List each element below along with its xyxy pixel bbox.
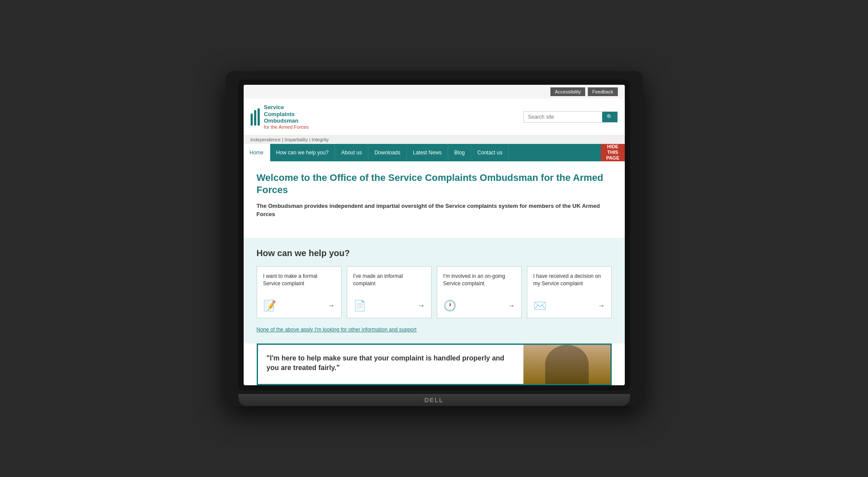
card-4-icon: ✉️ (533, 300, 546, 312)
card-3-bottom: 🕐 → (443, 300, 515, 312)
search-button[interactable]: 🔍 (602, 112, 617, 122)
card-formal-complaint[interactable]: I want to make a formal Service complain… (257, 266, 342, 318)
card-4-arrow: → (598, 302, 605, 310)
quote-image (523, 345, 610, 384)
hide-page-button[interactable]: HIDETHISPAGE (601, 144, 624, 161)
nav-item-about[interactable]: About us (335, 144, 368, 161)
logo-text: Service Complaints Ombudsman for the Arm… (264, 104, 309, 130)
card-2-arrow: → (418, 302, 425, 310)
screen: Accessibility Feedback Service Complaint… (244, 85, 625, 385)
quote-text-area: "I'm here to help make sure that your co… (258, 345, 523, 384)
card-1-text: I want to make a formal Service complain… (263, 273, 335, 295)
nav-bar: Home How can we help you? About us Downl… (244, 144, 625, 161)
other-info-link[interactable]: None of the above apply I'm looking for … (257, 327, 417, 333)
card-4-text: I have received a decision on my Service… (533, 273, 605, 295)
nav-item-blog[interactable]: Blog (448, 144, 471, 161)
laptop-shell: Accessibility Feedback Service Complaint… (225, 71, 643, 406)
nav-item-contact[interactable]: Contact us (471, 144, 509, 161)
card-ongoing-complaint[interactable]: I'm involved in an on-going Service comp… (437, 266, 522, 318)
header-right: 🔍 (523, 111, 618, 123)
card-3-icon: 🕐 (443, 300, 456, 312)
card-2-icon: 📄 (353, 300, 366, 312)
page-subtitle: The Ombudsman provides independent and i… (257, 202, 612, 219)
search-input[interactable] (524, 112, 602, 122)
card-2-text: I've made an informal complaint (353, 273, 425, 295)
screen-bezel: Accessibility Feedback Service Complaint… (238, 80, 630, 390)
card-1-bottom: 📝 → (263, 300, 335, 312)
accessibility-button[interactable]: Accessibility (550, 87, 585, 96)
quote-section: "I'm here to help make sure that your co… (257, 344, 612, 385)
tagline-bar: Independence | Impartiality | Integrity (244, 135, 625, 144)
card-3-text: I'm involved in an on-going Service comp… (443, 273, 515, 295)
tagline-text: Independence | Impartiality | Integrity (251, 137, 329, 142)
person-silhouette (545, 345, 589, 384)
logo-bar-3 (258, 108, 260, 126)
help-title: How can we help you? (257, 248, 612, 258)
search-box: 🔍 (523, 111, 618, 123)
card-1-arrow: → (328, 302, 335, 310)
card-2-bottom: 📄 → (353, 300, 425, 312)
nav-item-downloads[interactable]: Downloads (369, 144, 407, 161)
help-section: How can we help you? I want to make a fo… (244, 238, 625, 344)
card-4-bottom: ✉️ → (533, 300, 605, 312)
cards-row: I want to make a formal Service complain… (257, 266, 612, 318)
card-1-icon: 📝 (263, 300, 276, 312)
logo-bar-2 (254, 110, 256, 126)
page-title: Welcome to the Office of the Service Com… (257, 172, 612, 197)
laptop-brand: DELL (424, 397, 444, 404)
card-decision-received[interactable]: I have received a decision on my Service… (527, 266, 612, 318)
logo-bar-1 (251, 113, 253, 126)
header: Service Complaints Ombudsman for the Arm… (244, 99, 625, 135)
card-informal-complaint[interactable]: I've made an informal complaint 📄 → (347, 266, 432, 318)
main-content: Welcome to the Office of the Service Com… (244, 161, 625, 238)
quote-text: "I'm here to help make sure that your co… (267, 354, 515, 373)
logo-bars (251, 108, 260, 126)
logo-line1: Service Complaints Ombudsman (264, 104, 309, 124)
card-3-arrow: → (508, 302, 515, 310)
laptop-base: DELL (238, 394, 630, 406)
logo-line4: for the Armed Forces (264, 124, 309, 130)
feedback-button[interactable]: Feedback (588, 87, 617, 96)
nav-item-home[interactable]: Home (244, 144, 270, 161)
nav-item-news[interactable]: Latest News (407, 144, 448, 161)
logo-section: Service Complaints Ombudsman for the Arm… (251, 104, 309, 130)
top-bar: Accessibility Feedback (244, 85, 625, 99)
nav-item-how-help[interactable]: How can we help you? (270, 144, 335, 161)
